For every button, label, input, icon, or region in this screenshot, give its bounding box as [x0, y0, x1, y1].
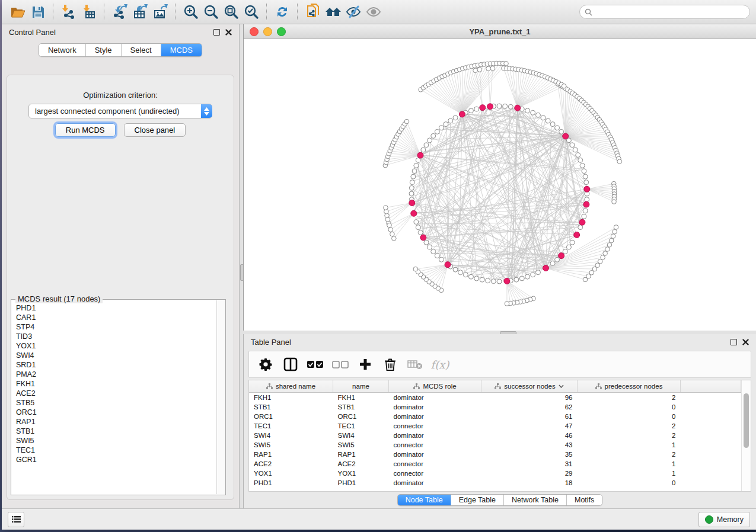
tab-style[interactable]: Style	[86, 44, 122, 56]
table-row[interactable]: ACE2ACE2connector311	[249, 459, 741, 469]
graph-hub-GCR1[interactable]	[583, 201, 589, 207]
optimization-criterion-select[interactable]: largest connected component (undirected)	[28, 104, 212, 118]
graph-leaf-node[interactable]	[384, 206, 388, 210]
graph-hub-YOX1[interactable]	[420, 235, 426, 241]
graph-node[interactable]	[416, 158, 420, 162]
graph-node[interactable]	[582, 214, 586, 219]
graph-leaf-node[interactable]	[607, 243, 612, 248]
graph-node[interactable]	[555, 257, 560, 262]
graph-node[interactable]	[559, 129, 564, 134]
graph-node[interactable]	[453, 116, 458, 120]
column-layout-icon[interactable]	[282, 355, 299, 373]
hide-selected-icon[interactable]	[343, 2, 363, 21]
graph-node[interactable]	[463, 273, 468, 277]
result-node[interactable]: TEC1	[16, 446, 217, 455]
graph-node[interactable]	[439, 126, 444, 130]
graph-node[interactable]	[580, 163, 585, 168]
graph-node[interactable]	[525, 274, 530, 279]
graph-hub-PMA2[interactable]	[559, 253, 564, 259]
graph-leaf-node[interactable]	[612, 200, 617, 204]
graph-hub-RAP1[interactable]	[504, 278, 510, 284]
graph-node[interactable]	[578, 158, 583, 162]
graph-node[interactable]	[550, 261, 555, 265]
graph-leaf-node[interactable]	[613, 229, 617, 234]
graph-node[interactable]	[555, 126, 560, 130]
close-panel-button[interactable]: Close panel	[124, 123, 186, 137]
float-panel-icon[interactable]	[731, 339, 737, 345]
graph-node[interactable]	[458, 270, 463, 275]
result-node[interactable]: STB5	[16, 398, 217, 408]
graph-leaf-node[interactable]	[614, 225, 618, 230]
graph-node[interactable]	[411, 174, 416, 179]
graph-node[interactable]	[424, 240, 429, 245]
graph-leaf-node[interactable]	[387, 223, 392, 227]
tab-motifs[interactable]: Motifs	[567, 495, 602, 505]
graph-hub-PHD1[interactable]	[409, 200, 415, 206]
graph-node[interactable]	[416, 225, 420, 230]
graph-node[interactable]	[480, 277, 484, 282]
column-header-successor-nodes[interactable]: successor nodes	[481, 380, 578, 393]
network-overview-icon[interactable]	[323, 2, 343, 21]
result-node[interactable]: GCR1	[16, 455, 217, 464]
table-row[interactable]: ORC1ORC1dominator610	[249, 412, 741, 421]
graph-node[interactable]	[585, 197, 589, 202]
graph-leaf-node[interactable]	[388, 227, 393, 232]
import-table-icon[interactable]	[79, 2, 99, 21]
tab-network[interactable]: Network	[39, 44, 86, 56]
options-gear-icon[interactable]	[257, 355, 274, 373]
graph-leaf-node[interactable]	[404, 119, 409, 124]
graph-node[interactable]	[486, 278, 490, 283]
graph-node[interactable]	[428, 138, 432, 143]
graph-leaf-node[interactable]	[504, 62, 509, 66]
add-column-icon[interactable]	[357, 355, 374, 373]
tab-mcds[interactable]: MCDS	[161, 44, 202, 56]
graph-hub-SWI5[interactable]	[445, 262, 451, 268]
graph-node[interactable]	[409, 191, 414, 196]
search-field[interactable]	[579, 5, 750, 19]
result-node[interactable]: CAR1	[16, 313, 217, 322]
graph-hub-SRD1[interactable]	[574, 232, 580, 238]
graph-node[interactable]	[409, 185, 414, 190]
close-panel-icon[interactable]	[742, 339, 749, 345]
graph-hub-ACE2[interactable]	[584, 186, 590, 192]
graph-node[interactable]	[583, 209, 588, 213]
zoom-fit-icon[interactable]	[221, 2, 241, 21]
tab-node-table[interactable]: Node Table	[398, 495, 451, 505]
graph-node[interactable]	[424, 143, 429, 148]
result-node[interactable]: SWI5	[16, 436, 217, 446]
mcds-result-list[interactable]: PHD1CAR1STP4TID3YOX1SWI4SRD1PMA2FKH1ACE2…	[12, 300, 217, 494]
zoom-out-icon[interactable]	[201, 2, 221, 21]
table-row[interactable]: YOX1YOX1connector291	[249, 469, 741, 478]
run-mcds-button[interactable]: Run MCDS	[55, 123, 116, 137]
clone-network-icon[interactable]	[303, 2, 323, 21]
result-node[interactable]: PHD1	[16, 303, 217, 313]
graph-node[interactable]	[525, 108, 530, 113]
float-panel-icon[interactable]	[213, 29, 220, 36]
delete-column-icon[interactable]	[382, 355, 398, 373]
result-node[interactable]: YOX1	[16, 341, 217, 351]
graph-leaf-node[interactable]	[486, 66, 491, 71]
graph-node[interactable]	[435, 254, 439, 258]
graph-node[interactable]	[497, 104, 502, 108]
graph-node[interactable]	[583, 174, 588, 179]
graph-leaf-node[interactable]	[598, 259, 602, 264]
network-canvas[interactable]	[244, 39, 756, 331]
save-session-icon[interactable]	[28, 2, 48, 21]
zoom-in-icon[interactable]	[181, 2, 201, 21]
export-image-icon[interactable]	[150, 2, 170, 21]
table-scrollbar-thumb[interactable]	[744, 393, 749, 448]
graph-node[interactable]	[444, 122, 448, 127]
result-node[interactable]: PMA2	[16, 370, 217, 379]
graph-hub-ORC1[interactable]	[515, 105, 521, 111]
column-header-name[interactable]: name	[333, 380, 389, 393]
graph-node[interactable]	[570, 240, 575, 245]
graph-hub-STP4[interactable]	[487, 104, 493, 110]
graph-node[interactable]	[497, 279, 502, 284]
export-network-icon[interactable]	[110, 2, 130, 21]
graph-node[interactable]	[435, 129, 439, 134]
graph-node[interactable]	[541, 116, 546, 120]
import-network-icon[interactable]	[59, 2, 79, 21]
graph-hub-FKH1[interactable]	[563, 133, 569, 139]
result-node[interactable]: STP4	[16, 322, 217, 332]
graph-node[interactable]	[474, 107, 479, 111]
